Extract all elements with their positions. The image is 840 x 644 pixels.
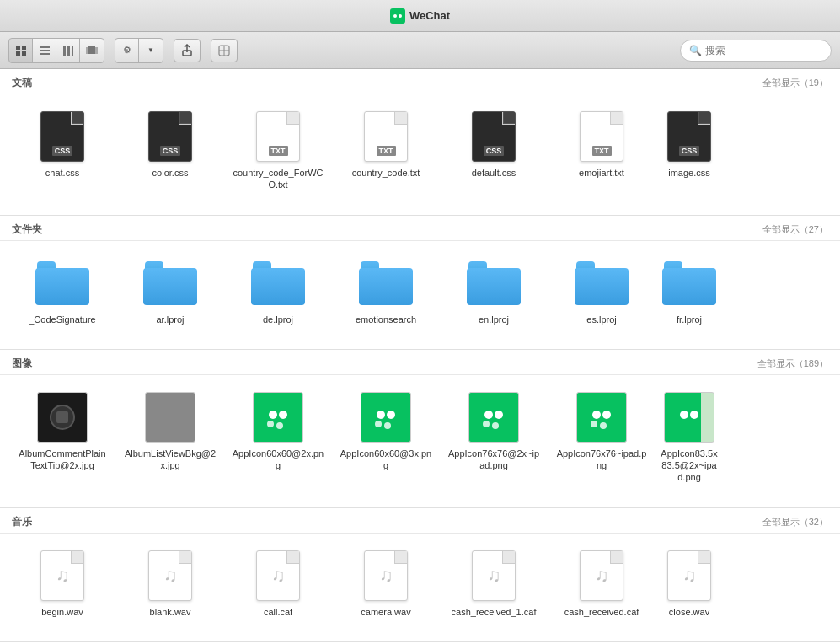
music-icon-begin: ♫: [35, 549, 89, 603]
view-grid-btn[interactable]: [9, 39, 33, 62]
file-icon-default-css: CSS: [467, 110, 521, 164]
section-show-all-documents[interactable]: 全部显示（19）: [762, 77, 828, 89]
image-icon-appicon-60-3x: [359, 390, 413, 444]
svg-point-30: [483, 421, 490, 427]
file-name-image-css: image.css: [668, 167, 710, 179]
folder-item-ar[interactable]: ar.lproj: [116, 250, 224, 332]
image-item-appicon-76-ipad-2x[interactable]: AppIcon76x76@2x~ipad.png: [440, 384, 548, 491]
svg-rect-14: [86, 47, 88, 54]
svg-point-34: [591, 421, 597, 427]
music-item-cash-received-1[interactable]: ♫ cash_received_1.caf: [440, 542, 548, 625]
section-show-all-music[interactable]: 全部显示（32）: [762, 516, 828, 529]
svg-point-20: [269, 411, 277, 419]
wechat-thumb-icon: [477, 400, 511, 434]
svg-rect-15: [95, 47, 98, 54]
file-item-image-css[interactable]: CSS image.css: [655, 103, 723, 198]
coverflow-icon: [85, 45, 99, 56]
section-show-all-folders[interactable]: 全部显示（27）: [762, 223, 828, 236]
svg-point-28: [484, 411, 493, 419]
view-list-btn[interactable]: [33, 39, 56, 62]
image-item-album-comment[interactable]: AlbumCommentPlainTextTip@2x.jpg: [8, 384, 116, 491]
file-item-chat-css[interactable]: CSS chat.css: [8, 103, 116, 198]
main-content[interactable]: 文稿 全部显示（19） CSS chat.css CSS: [0, 69, 840, 644]
music-item-begin[interactable]: ♫ begin.wav: [8, 542, 116, 625]
image-thumb: [37, 392, 88, 443]
music-icon-call: ♫: [251, 549, 305, 603]
settings-btn[interactable]: ⚙: [115, 39, 139, 62]
music-icon-cash: ♫: [575, 549, 629, 603]
file-name-country-code: country_code.txt: [352, 167, 420, 179]
section-documents: 文稿 全部显示（19） CSS chat.css CSS: [0, 69, 840, 216]
app-title: WeChat: [409, 9, 450, 22]
svg-point-27: [384, 422, 391, 429]
image-name-appicon-83: AppIcon83.5x83.5@2x~ipad.png: [659, 448, 720, 484]
image-item-appicon-60-3x[interactable]: AppIcon60x60@3x.png: [332, 384, 440, 491]
css-doc-icon: CSS: [667, 111, 711, 162]
image-item-appicon-60-2x[interactable]: AppIcon60x60@2x.png: [224, 384, 332, 491]
file-icon-country-forwco: TXT: [251, 110, 305, 164]
image-icon-appicon-60-2x: [251, 390, 305, 444]
svg-point-26: [375, 421, 382, 427]
svg-point-37: [690, 411, 698, 419]
svg-rect-7: [40, 46, 50, 48]
music-name-camera: camera.wav: [361, 606, 410, 618]
folder-item-fr[interactable]: fr.lproj: [655, 250, 723, 332]
search-box[interactable]: 🔍: [680, 40, 832, 62]
svg-rect-3: [16, 46, 20, 50]
section-title-documents: 文稿: [12, 76, 32, 90]
play-btn[interactable]: [211, 39, 238, 62]
folder-name-de: de.lproj: [263, 314, 293, 325]
txt-doc-icon: TXT: [580, 111, 623, 162]
music-item-camera[interactable]: ♫ camera.wav: [332, 542, 440, 625]
share-btn[interactable]: [174, 39, 201, 62]
section-title-folders: 文件夹: [12, 223, 42, 237]
folder-body: [575, 268, 629, 305]
music-icon-cash-1: ♫: [467, 549, 521, 603]
music-item-blank[interactable]: ♫ blank.wav: [116, 542, 224, 625]
file-item-default-css[interactable]: CSS default.css: [440, 103, 548, 198]
file-icon-chat-css: CSS: [35, 110, 89, 164]
file-item-emojiart[interactable]: TXT emojiart.txt: [548, 103, 655, 198]
image-item-appicon-76-ipad[interactable]: AppIcon76x76~ipad.png: [548, 384, 655, 491]
image-item-album-list[interactable]: AlbumListViewBkg@2x.jpg: [116, 384, 224, 491]
folder-item-de[interactable]: de.lproj: [224, 250, 332, 332]
folder-item-es[interactable]: es.lproj: [548, 250, 655, 332]
section-music: 音乐 全部显示（32） ♫ begin.wav ♫ blank.wav: [0, 508, 840, 642]
settings-arrow-btn[interactable]: ▼: [139, 39, 163, 62]
svg-rect-12: [72, 46, 73, 56]
folder-item-en[interactable]: en.lproj: [440, 250, 548, 332]
section-folders: 文件夹 全部显示（27） _CodeSignature: [0, 216, 840, 350]
music-name-call: call.caf: [264, 606, 292, 618]
folder-item-emotionsearch[interactable]: emotionsearch: [332, 250, 440, 332]
svg-point-2: [399, 14, 402, 18]
music-note-icon: ♫: [682, 565, 697, 587]
folder-body: [251, 268, 305, 305]
image-thumb: [145, 392, 195, 443]
file-item-country-code[interactable]: TXT country_code.txt: [332, 103, 440, 198]
play-icon: [217, 44, 231, 57]
title-bar-title: WeChat: [390, 8, 450, 24]
folder-icon-en: [467, 256, 521, 310]
music-item-call[interactable]: ♫ call.caf: [224, 542, 332, 625]
music-icon-camera: ♫: [359, 549, 413, 603]
section-show-all-images[interactable]: 全部显示（189）: [757, 357, 828, 370]
image-item-appicon-83[interactable]: AppIcon83.5x83.5@2x~ipad.png: [655, 384, 723, 491]
file-item-country-forwco[interactable]: TXT country_code_ForWCO.txt: [224, 103, 332, 198]
svg-point-1: [393, 14, 397, 18]
file-item-color-css[interactable]: CSS color.css: [116, 103, 224, 198]
wechat-thumb-icon: [672, 400, 706, 434]
folder-item-codesig[interactable]: _CodeSignature: [8, 250, 116, 332]
music-note-icon: ♫: [379, 565, 393, 587]
section-title-images: 图像: [12, 357, 32, 371]
view-coverflow-btn[interactable]: [80, 39, 104, 62]
section-header-music: 音乐 全部显示（32）: [0, 508, 840, 534]
music-note-icon: ♫: [271, 565, 286, 587]
music-item-close[interactable]: ♫ close.wav: [655, 542, 723, 625]
search-input[interactable]: [705, 45, 822, 56]
music-item-cash-received[interactable]: ♫ cash_received.caf: [548, 542, 655, 625]
svg-point-31: [492, 422, 499, 429]
view-columns-btn[interactable]: [56, 39, 80, 62]
section-title-music: 音乐: [12, 515, 32, 529]
svg-point-24: [377, 411, 385, 419]
txt-doc-icon: TXT: [364, 111, 408, 162]
